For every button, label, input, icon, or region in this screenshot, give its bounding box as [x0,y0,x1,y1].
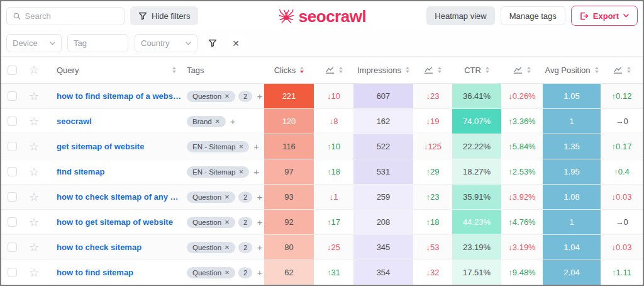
add-tag-button[interactable]: + [255,91,264,101]
tag-chip[interactable]: EN - Sitemap✕ [187,141,249,152]
apply-filter-button[interactable] [204,35,221,52]
query-column-header[interactable]: Query [44,57,182,83]
remove-tag-icon[interactable]: ✕ [238,143,243,150]
heatmap-view-button[interactable]: Heatmap view [426,6,494,25]
query-link[interactable]: how to check sitemap [57,243,142,252]
row-checkbox-cell [1,134,24,159]
tag-chip[interactable]: Question✕ [187,91,235,102]
add-tag-button[interactable]: + [252,141,260,152]
impressions-delta-cell: ↓32 [413,260,452,285]
avg-position-column-header[interactable]: Avg Position [543,57,601,83]
star-icon[interactable]: ☆ [29,267,39,278]
sort-control[interactable] [172,67,176,73]
sort-control-active[interactable] [300,67,304,73]
impressions-trend-column-header[interactable] [413,57,452,83]
add-tag-button[interactable]: + [252,166,260,177]
remove-tag-icon[interactable]: ✕ [225,244,230,251]
search-input[interactable] [25,11,118,21]
row-checkbox[interactable] [8,167,17,176]
tag-chip[interactable]: 2 [238,217,252,228]
clicks-trend-column-header[interactable] [314,57,353,83]
star-icon[interactable]: ☆ [29,242,39,253]
query-link[interactable]: how to get sitemap of website [57,217,173,227]
star-icon[interactable]: ☆ [29,64,39,76]
country-select[interactable]: Country [135,34,197,52]
add-tag-button[interactable]: + [255,192,264,202]
remove-tag-icon[interactable]: ✕ [225,193,230,200]
row-checkbox[interactable] [8,117,17,126]
remove-tag-icon[interactable]: ✕ [225,269,230,276]
tag-chip[interactable]: 2 [238,91,252,102]
star-icon[interactable]: ☆ [29,91,39,102]
table-row: ☆find sitemapEN - Sitemap✕+97↑18531↑2918… [1,159,643,185]
row-checkbox[interactable] [8,243,17,252]
select-all-checkbox[interactable] [8,66,17,75]
clicks-column-header[interactable]: Clicks [264,57,314,83]
device-select[interactable]: Device [6,34,62,52]
ctr-delta-cell: ↑9.48% [501,260,543,285]
ctr-column-header[interactable]: CTR [452,57,501,83]
add-tag-button[interactable]: + [255,267,264,278]
tags-column-label: Tags [187,66,204,75]
row-checkbox[interactable] [8,142,17,151]
query-link[interactable]: how to find sitemap [57,268,133,277]
sort-control[interactable] [527,67,531,73]
star-icon[interactable]: ☆ [29,116,39,127]
export-button[interactable]: Export [571,6,638,26]
ctr-delta-cell: ↓3.92% [501,185,543,209]
row-star-cell: ☆ [24,210,44,234]
tag-chip[interactable]: 2 [238,192,252,203]
tag-chip[interactable]: Question✕ [187,267,235,278]
star-header-cell: ☆ [24,57,44,83]
add-tag-button[interactable]: + [229,116,237,127]
remove-tag-icon[interactable]: ✕ [215,118,220,125]
tag-filter-input[interactable] [67,34,128,52]
star-icon[interactable]: ☆ [29,141,39,152]
row-checkbox[interactable] [8,91,17,101]
ctr-trend-column-header[interactable] [501,57,543,83]
clicks-cell: 80 [264,235,314,260]
remove-tag-icon[interactable]: ✕ [238,168,243,175]
tag-chip[interactable]: 2 [238,242,252,253]
sort-control[interactable] [486,67,489,73]
select-all-cell [1,57,24,83]
query-link[interactable]: get sitemap of website [57,142,144,151]
query-cell: get sitemap of website [44,134,182,159]
add-tag-button[interactable]: + [255,217,264,227]
star-icon[interactable]: ☆ [29,192,39,203]
tag-chip[interactable]: 2 [238,267,252,278]
avg-position-trend-column-header[interactable] [601,57,643,83]
search-input-wrapper [6,7,125,25]
row-checkbox[interactable] [8,268,17,277]
star-icon[interactable]: ☆ [29,217,39,228]
tag-chip[interactable]: Brand✕ [187,116,226,127]
query-link[interactable]: how to check sitemap of any website [57,192,182,202]
remove-tag-icon[interactable]: ✕ [225,93,230,100]
impressions-column-header[interactable]: Impressions [353,57,413,83]
remove-tag-icon[interactable]: ✕ [225,219,230,226]
hide-filters-button[interactable]: Hide filters [130,6,198,25]
add-tag-button[interactable]: + [255,242,264,253]
star-icon[interactable]: ☆ [29,166,39,178]
tag-chip[interactable]: EN - Sitemap✕ [187,166,249,178]
tag-chip[interactable]: Question✕ [187,192,235,203]
row-checkbox-cell [1,210,24,234]
query-cell: how to check sitemap of any website [44,185,182,209]
row-checkbox[interactable] [8,217,17,227]
tag-chip[interactable]: Question✕ [187,242,235,253]
query-link[interactable]: seocrawl [57,117,92,126]
sort-control[interactable] [595,67,599,73]
clear-filters-button[interactable]: ✕ [228,35,244,52]
tag-chip[interactable]: Question✕ [187,217,235,228]
sort-control[interactable] [406,67,409,73]
line-chart-icon [513,66,523,74]
query-link[interactable]: find sitemap [57,167,105,176]
clicks-delta-cell: ↓10 [314,84,353,108]
table-row: ☆seocrawlBrand✕+120↓8162↓1974.07%↑3.36%1… [1,109,643,134]
sort-control[interactable] [627,67,631,73]
row-checkbox[interactable] [8,192,17,202]
manage-tags-button[interactable]: Manage tags [501,6,565,25]
sort-control[interactable] [339,67,343,73]
query-link[interactable]: how to find sitemap of a website [57,91,182,101]
sort-control[interactable] [438,67,441,73]
